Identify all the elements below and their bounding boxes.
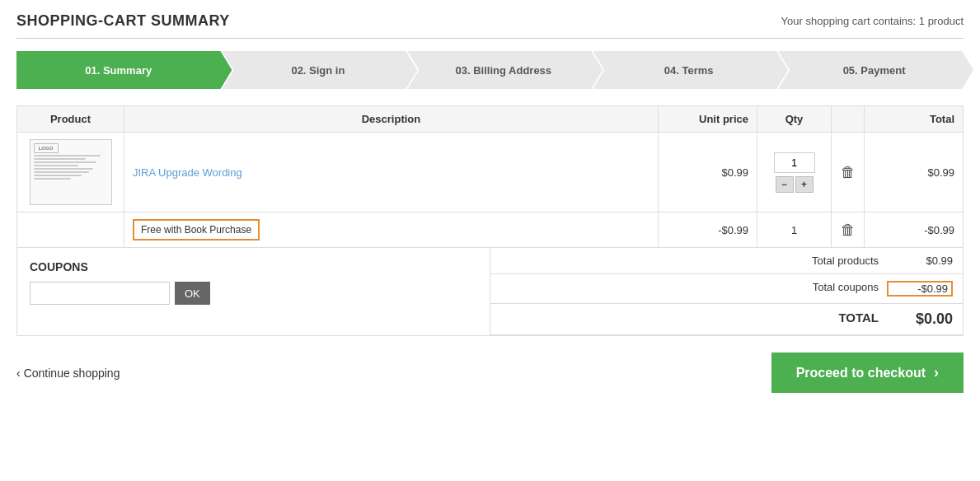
product-delete-cell: 🗑	[832, 133, 865, 212]
discount-qty-cell: 1	[757, 212, 832, 248]
bottom-section: COUPONS OK Total products $0.99 Total co…	[16, 248, 964, 336]
col-header-product: Product	[17, 106, 124, 133]
coupon-ok-button[interactable]: OK	[175, 282, 210, 305]
totals-total-label: TOTAL	[500, 311, 888, 328]
page-title: SHOPPING-CART SUMMARY	[16, 12, 230, 30]
continue-shopping-link[interactable]: ‹ Continue shopping	[16, 367, 120, 380]
footer-actions: ‹ Continue shopping Proceed to checkout …	[16, 353, 964, 393]
totals-products-value: $0.99	[887, 255, 953, 267]
step-payment[interactable]: 05. Payment	[778, 51, 973, 89]
product-thumbnail-cell: LOGO	[17, 133, 124, 212]
chevron-left-icon: ‹	[16, 367, 21, 380]
totals-products-label: Total products	[500, 255, 888, 267]
qty-control: − +	[766, 152, 823, 193]
coupon-input-row: OK	[30, 282, 477, 305]
product-thumbnail: LOGO	[30, 139, 112, 205]
step-billing[interactable]: 03. Billing Address	[407, 51, 603, 89]
qty-input[interactable]	[774, 152, 815, 173]
step-summary[interactable]: 01. Summary	[16, 51, 232, 89]
totals-total-row: TOTAL $0.00	[490, 304, 964, 335]
page-header: SHOPPING-CART SUMMARY Your shopping cart…	[16, 12, 964, 39]
col-header-delete	[832, 106, 865, 133]
thumb-lines	[34, 155, 108, 181]
cart-info: Your shopping cart contains: 1 product	[781, 15, 964, 27]
discount-delete-cell: 🗑	[832, 212, 865, 248]
discount-product-cell	[17, 212, 124, 248]
free-book-badge: Free with Book Purchase	[133, 219, 260, 240]
checkout-button[interactable]: Proceed to checkout ›	[771, 353, 964, 393]
qty-buttons: − +	[776, 176, 814, 193]
coupon-input[interactable]	[30, 282, 170, 305]
totals-products-row: Total products $0.99	[490, 248, 964, 274]
product-price-cell: $0.99	[659, 133, 757, 212]
totals-coupons-value: -$0.99	[887, 281, 953, 297]
discount-price-cell: -$0.99	[659, 212, 757, 248]
cart-table: Product Description Unit price Qty Total	[16, 105, 964, 248]
table-row: Free with Book Purchase -$0.99 1 🗑 -$0.9…	[17, 212, 964, 248]
discount-delete-button[interactable]: 🗑	[841, 222, 856, 239]
product-total-cell: $0.99	[865, 133, 964, 212]
product-link[interactable]: JIRA Upgrade Wording	[133, 166, 242, 179]
totals-coupons-row: Total coupons -$0.99	[490, 274, 964, 304]
chevron-right-icon: ›	[934, 364, 939, 381]
totals-total-value: $0.00	[887, 311, 953, 328]
qty-plus-button[interactable]: +	[795, 176, 814, 193]
step-terms[interactable]: 04. Terms	[593, 51, 788, 89]
delete-button[interactable]: 🗑	[841, 164, 856, 181]
col-header-price: Unit price	[659, 106, 757, 133]
checkout-steps: 01. Summary 02. Sign in 03. Billing Addr…	[16, 51, 964, 89]
col-header-description: Description	[124, 106, 659, 133]
logo-placeholder: LOGO	[34, 143, 59, 153]
product-description-cell: JIRA Upgrade Wording	[124, 133, 659, 212]
col-header-qty: Qty	[757, 106, 832, 133]
step-signin[interactable]: 02. Sign in	[222, 51, 417, 89]
discount-total-cell: -$0.99	[865, 212, 964, 248]
totals-coupons-label: Total coupons	[500, 281, 888, 297]
coupon-section: COUPONS OK	[16, 248, 490, 336]
discount-description-cell: Free with Book Purchase	[124, 212, 659, 248]
totals-section: Total products $0.99 Total coupons -$0.9…	[490, 248, 964, 336]
qty-minus-button[interactable]: −	[776, 176, 794, 193]
table-row: LOGO JIRA Upgrade Wording $0.99	[17, 133, 964, 212]
col-header-total: Total	[865, 106, 964, 133]
coupon-title: COUPONS	[30, 260, 477, 273]
product-qty-cell: − +	[757, 133, 832, 212]
